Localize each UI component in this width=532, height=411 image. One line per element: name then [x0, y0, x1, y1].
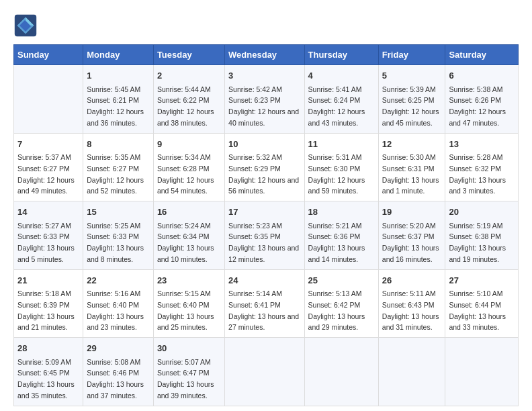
cell-sunrise: Sunrise: 5:25 AM — [87, 222, 140, 230]
cell-sunrise: Sunrise: 5:32 AM — [228, 153, 282, 161]
col-header-wednesday: Wednesday — [225, 45, 304, 65]
day-number: 19 — [382, 205, 442, 219]
day-number: 6 — [449, 69, 515, 83]
calendar-cell: 10Sunrise: 5:32 AMSunset: 6:29 PMDayligh… — [225, 133, 304, 201]
week-row-4: 21Sunrise: 5:18 AMSunset: 6:39 PMDayligh… — [14, 269, 519, 338]
cell-daylight: Daylight: 13 hours and 23 minutes. — [87, 312, 144, 332]
cell-sunset: Sunset: 6:33 PM — [87, 232, 139, 240]
cell-sunset: Sunset: 6:22 PM — [157, 96, 210, 104]
day-number: 15 — [87, 205, 150, 219]
cell-sunrise: Sunrise: 5:35 AM — [87, 153, 140, 161]
cell-sunrise: Sunrise: 5:37 AM — [17, 153, 71, 161]
cell-sunrise: Sunrise: 5:20 AM — [382, 222, 436, 230]
cell-daylight: Daylight: 12 hours and 38 minutes. — [157, 107, 214, 127]
day-number: 30 — [157, 342, 221, 355]
cell-daylight: Daylight: 13 hours and 5 minutes. — [17, 244, 75, 263]
day-number: 28 — [17, 342, 79, 355]
day-number: 5 — [382, 69, 442, 83]
day-number: 21 — [17, 274, 79, 287]
calendar-cell: 8Sunrise: 5:35 AMSunset: 6:27 PMDaylight… — [83, 133, 154, 201]
cell-sunset: Sunset: 6:29 PM — [228, 165, 281, 173]
cell-sunrise: Sunrise: 5:27 AM — [17, 222, 71, 230]
col-header-thursday: Thursday — [304, 45, 378, 65]
cell-daylight: Daylight: 13 hours and 3 minutes. — [449, 176, 506, 195]
day-number: 16 — [157, 205, 221, 219]
calendar-cell: 25Sunrise: 5:13 AMSunset: 6:42 PMDayligh… — [304, 269, 378, 338]
cell-daylight: Daylight: 13 hours and 8 minutes. — [87, 244, 144, 263]
cell-sunset: Sunset: 6:32 PM — [449, 165, 501, 173]
calendar-cell: 3Sunrise: 5:42 AMSunset: 6:23 PMDaylight… — [225, 65, 304, 134]
cell-sunrise: Sunrise: 5:10 AM — [449, 289, 502, 298]
cell-sunrise: Sunrise: 5:34 AM — [157, 153, 211, 161]
day-number: 18 — [308, 205, 375, 219]
cell-daylight: Daylight: 13 hours and 27 minutes. — [228, 312, 299, 332]
calendar-cell: 7Sunrise: 5:37 AMSunset: 6:27 PMDaylight… — [14, 133, 83, 201]
calendar-cell: 9Sunrise: 5:34 AMSunset: 6:28 PMDaylight… — [153, 133, 224, 201]
cell-sunset: Sunset: 6:41 PM — [228, 301, 281, 309]
calendar-cell: 17Sunrise: 5:23 AMSunset: 6:35 PMDayligh… — [225, 201, 304, 270]
week-row-3: 14Sunrise: 5:27 AMSunset: 6:33 PMDayligh… — [14, 201, 519, 270]
cell-sunrise: Sunrise: 5:31 AM — [308, 153, 362, 161]
col-header-friday: Friday — [378, 45, 445, 65]
cell-sunset: Sunset: 6:21 PM — [87, 96, 139, 104]
cell-sunset: Sunset: 6:45 PM — [17, 369, 70, 377]
day-number: 10 — [228, 138, 300, 151]
calendar-cell — [225, 338, 304, 406]
page-header — [13, 13, 519, 38]
calendar-cell — [378, 338, 445, 406]
cell-sunrise: Sunrise: 5:11 AM — [382, 289, 436, 298]
cell-daylight: Daylight: 12 hours and 47 minutes. — [449, 107, 506, 127]
calendar-cell: 11Sunrise: 5:31 AMSunset: 6:30 PMDayligh… — [304, 133, 378, 201]
day-number: 12 — [382, 138, 442, 151]
cell-daylight: Daylight: 13 hours and 12 minutes. — [228, 244, 299, 263]
cell-sunrise: Sunrise: 5:13 AM — [308, 289, 362, 298]
calendar-cell: 15Sunrise: 5:25 AMSunset: 6:33 PMDayligh… — [83, 201, 154, 270]
cell-sunrise: Sunrise: 5:44 AM — [157, 85, 211, 93]
cell-sunset: Sunset: 6:47 PM — [157, 369, 210, 377]
cell-daylight: Daylight: 12 hours and 49 minutes. — [17, 176, 75, 195]
calendar-cell: 30Sunrise: 5:07 AMSunset: 6:47 PMDayligh… — [153, 338, 224, 406]
day-number: 22 — [87, 274, 150, 287]
calendar-cell: 14Sunrise: 5:27 AMSunset: 6:33 PMDayligh… — [14, 201, 83, 270]
calendar-cell: 12Sunrise: 5:30 AMSunset: 6:31 PMDayligh… — [378, 133, 445, 201]
day-number: 2 — [157, 69, 221, 83]
calendar-cell: 6Sunrise: 5:38 AMSunset: 6:26 PMDaylight… — [445, 65, 519, 134]
day-number: 24 — [228, 274, 300, 287]
cell-sunrise: Sunrise: 5:21 AM — [308, 222, 362, 230]
week-row-1: 1Sunrise: 5:45 AMSunset: 6:21 PMDaylight… — [14, 65, 519, 134]
calendar-cell: 5Sunrise: 5:39 AMSunset: 6:25 PMDaylight… — [378, 65, 445, 134]
cell-sunset: Sunset: 6:26 PM — [449, 96, 501, 104]
cell-daylight: Daylight: 13 hours and 10 minutes. — [157, 244, 214, 263]
cell-sunrise: Sunrise: 5:15 AM — [157, 289, 211, 298]
cell-sunset: Sunset: 6:36 PM — [308, 232, 361, 240]
cell-daylight: Daylight: 12 hours and 40 minutes. — [228, 107, 299, 127]
day-number: 7 — [17, 138, 79, 151]
calendar-cell: 4Sunrise: 5:41 AMSunset: 6:24 PMDaylight… — [304, 65, 378, 134]
cell-daylight: Daylight: 12 hours and 45 minutes. — [382, 107, 439, 127]
col-header-sunday: Sunday — [14, 45, 83, 65]
cell-sunset: Sunset: 6:33 PM — [17, 232, 70, 240]
cell-sunset: Sunset: 6:37 PM — [382, 232, 435, 240]
calendar-table: SundayMondayTuesdayWednesdayThursdayFrid… — [13, 44, 519, 406]
week-row-5: 28Sunrise: 5:09 AMSunset: 6:45 PMDayligh… — [14, 338, 519, 406]
logo — [13, 13, 42, 38]
cell-daylight: Daylight: 12 hours and 52 minutes. — [87, 176, 144, 195]
cell-daylight: Daylight: 13 hours and 16 minutes. — [382, 244, 439, 263]
day-number: 17 — [228, 205, 300, 219]
cell-sunset: Sunset: 6:34 PM — [157, 232, 210, 240]
calendar-cell: 24Sunrise: 5:14 AMSunset: 6:41 PMDayligh… — [225, 269, 304, 338]
cell-sunrise: Sunrise: 5:45 AM — [87, 85, 140, 93]
day-number: 8 — [87, 138, 150, 151]
col-header-monday: Monday — [83, 45, 154, 65]
cell-sunset: Sunset: 6:35 PM — [228, 232, 281, 240]
calendar-cell — [14, 65, 83, 134]
calendar-cell: 21Sunrise: 5:18 AMSunset: 6:39 PMDayligh… — [14, 269, 83, 338]
calendar-cell: 28Sunrise: 5:09 AMSunset: 6:45 PMDayligh… — [14, 338, 83, 406]
calendar-cell: 27Sunrise: 5:10 AMSunset: 6:44 PMDayligh… — [445, 269, 519, 338]
calendar-cell: 26Sunrise: 5:11 AMSunset: 6:43 PMDayligh… — [378, 269, 445, 338]
calendar-cell: 22Sunrise: 5:16 AMSunset: 6:40 PMDayligh… — [83, 269, 154, 338]
cell-daylight: Daylight: 13 hours and 19 minutes. — [449, 244, 506, 263]
cell-sunrise: Sunrise: 5:16 AM — [87, 289, 140, 298]
day-number: 3 — [228, 69, 300, 83]
cell-sunset: Sunset: 6:44 PM — [449, 301, 501, 309]
